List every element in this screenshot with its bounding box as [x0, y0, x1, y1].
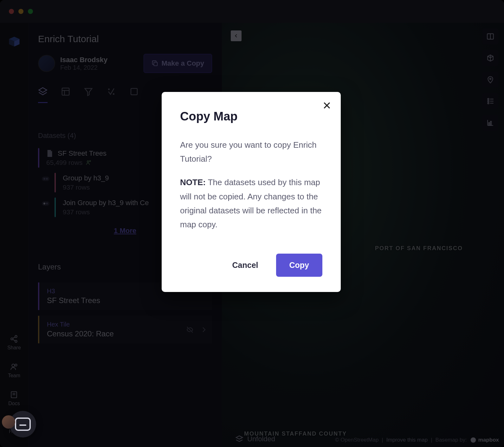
modal-confirm-text: Are you sure you want to copy Enrich Tut…: [180, 138, 322, 166]
modal-note: NOTE: The datasets used by this map will…: [180, 175, 322, 231]
modal-title: Copy Map: [180, 110, 322, 123]
copy-button[interactable]: Copy: [276, 254, 323, 277]
modal-close-button[interactable]: ✕: [322, 100, 331, 111]
presence-avatar[interactable]: [2, 415, 15, 429]
chat-icon: [15, 418, 31, 431]
copy-map-modal: ✕ Copy Map Are you sure you want to copy…: [162, 92, 341, 292]
cancel-button[interactable]: Cancel: [219, 254, 272, 277]
